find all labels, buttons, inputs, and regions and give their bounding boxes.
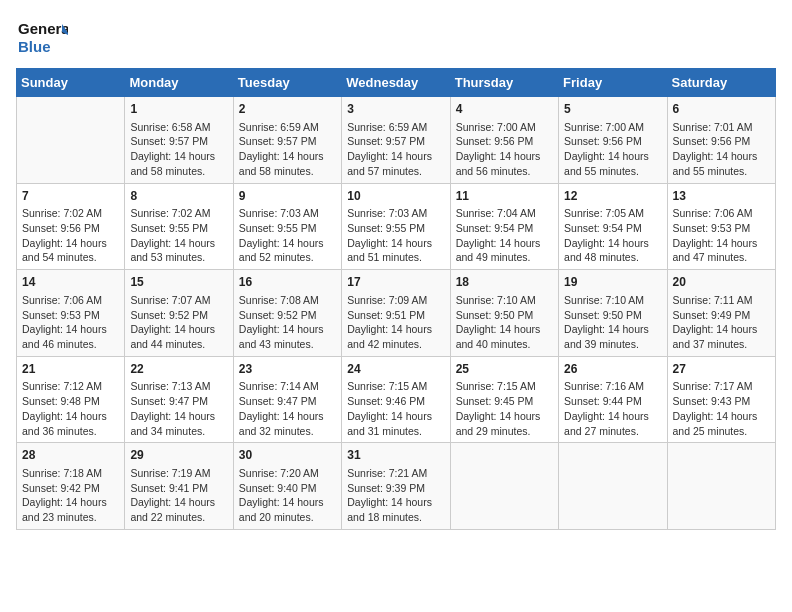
day-info: Sunrise: 7:03 AMSunset: 9:55 PMDaylight:… bbox=[347, 206, 444, 265]
day-info: Sunrise: 7:04 AMSunset: 9:54 PMDaylight:… bbox=[456, 206, 553, 265]
calendar-cell: 10Sunrise: 7:03 AMSunset: 9:55 PMDayligh… bbox=[342, 183, 450, 270]
day-info: Sunrise: 7:06 AMSunset: 9:53 PMDaylight:… bbox=[673, 206, 770, 265]
calendar-cell: 6Sunrise: 7:01 AMSunset: 9:56 PMDaylight… bbox=[667, 97, 775, 184]
day-info: Sunrise: 7:12 AMSunset: 9:48 PMDaylight:… bbox=[22, 379, 119, 438]
day-info: Sunrise: 7:10 AMSunset: 9:50 PMDaylight:… bbox=[564, 293, 661, 352]
day-info: Sunrise: 7:20 AMSunset: 9:40 PMDaylight:… bbox=[239, 466, 336, 525]
calendar-cell: 25Sunrise: 7:15 AMSunset: 9:45 PMDayligh… bbox=[450, 356, 558, 443]
calendar-cell: 29Sunrise: 7:19 AMSunset: 9:41 PMDayligh… bbox=[125, 443, 233, 530]
day-info: Sunrise: 7:02 AMSunset: 9:56 PMDaylight:… bbox=[22, 206, 119, 265]
day-number: 23 bbox=[239, 361, 336, 378]
calendar-cell: 11Sunrise: 7:04 AMSunset: 9:54 PMDayligh… bbox=[450, 183, 558, 270]
day-info: Sunrise: 7:19 AMSunset: 9:41 PMDaylight:… bbox=[130, 466, 227, 525]
calendar-cell: 22Sunrise: 7:13 AMSunset: 9:47 PMDayligh… bbox=[125, 356, 233, 443]
day-number: 8 bbox=[130, 188, 227, 205]
header: General Blue bbox=[16, 16, 776, 60]
day-info: Sunrise: 7:17 AMSunset: 9:43 PMDaylight:… bbox=[673, 379, 770, 438]
day-number: 6 bbox=[673, 101, 770, 118]
calendar-cell: 7Sunrise: 7:02 AMSunset: 9:56 PMDaylight… bbox=[17, 183, 125, 270]
calendar-cell: 21Sunrise: 7:12 AMSunset: 9:48 PMDayligh… bbox=[17, 356, 125, 443]
day-info: Sunrise: 7:00 AMSunset: 9:56 PMDaylight:… bbox=[456, 120, 553, 179]
day-info: Sunrise: 7:14 AMSunset: 9:47 PMDaylight:… bbox=[239, 379, 336, 438]
day-number: 18 bbox=[456, 274, 553, 291]
calendar-cell: 31Sunrise: 7:21 AMSunset: 9:39 PMDayligh… bbox=[342, 443, 450, 530]
calendar-cell: 19Sunrise: 7:10 AMSunset: 9:50 PMDayligh… bbox=[559, 270, 667, 357]
day-header-tuesday: Tuesday bbox=[233, 69, 341, 97]
day-info: Sunrise: 6:59 AMSunset: 9:57 PMDaylight:… bbox=[347, 120, 444, 179]
day-number: 28 bbox=[22, 447, 119, 464]
day-info: Sunrise: 7:09 AMSunset: 9:51 PMDaylight:… bbox=[347, 293, 444, 352]
calendar-cell: 18Sunrise: 7:10 AMSunset: 9:50 PMDayligh… bbox=[450, 270, 558, 357]
day-number: 24 bbox=[347, 361, 444, 378]
day-number: 26 bbox=[564, 361, 661, 378]
day-number: 30 bbox=[239, 447, 336, 464]
calendar-cell: 4Sunrise: 7:00 AMSunset: 9:56 PMDaylight… bbox=[450, 97, 558, 184]
day-info: Sunrise: 7:13 AMSunset: 9:47 PMDaylight:… bbox=[130, 379, 227, 438]
day-info: Sunrise: 7:18 AMSunset: 9:42 PMDaylight:… bbox=[22, 466, 119, 525]
calendar-cell: 14Sunrise: 7:06 AMSunset: 9:53 PMDayligh… bbox=[17, 270, 125, 357]
day-number: 22 bbox=[130, 361, 227, 378]
day-number: 31 bbox=[347, 447, 444, 464]
calendar-cell: 1Sunrise: 6:58 AMSunset: 9:57 PMDaylight… bbox=[125, 97, 233, 184]
calendar-cell: 27Sunrise: 7:17 AMSunset: 9:43 PMDayligh… bbox=[667, 356, 775, 443]
day-number: 27 bbox=[673, 361, 770, 378]
header-row: SundayMondayTuesdayWednesdayThursdayFrid… bbox=[17, 69, 776, 97]
day-number: 2 bbox=[239, 101, 336, 118]
day-number: 16 bbox=[239, 274, 336, 291]
calendar-week-4: 21Sunrise: 7:12 AMSunset: 9:48 PMDayligh… bbox=[17, 356, 776, 443]
day-number: 5 bbox=[564, 101, 661, 118]
day-number: 21 bbox=[22, 361, 119, 378]
calendar-week-1: 1Sunrise: 6:58 AMSunset: 9:57 PMDaylight… bbox=[17, 97, 776, 184]
day-info: Sunrise: 7:03 AMSunset: 9:55 PMDaylight:… bbox=[239, 206, 336, 265]
day-info: Sunrise: 6:59 AMSunset: 9:57 PMDaylight:… bbox=[239, 120, 336, 179]
day-info: Sunrise: 7:11 AMSunset: 9:49 PMDaylight:… bbox=[673, 293, 770, 352]
day-number: 7 bbox=[22, 188, 119, 205]
day-number: 17 bbox=[347, 274, 444, 291]
calendar-cell: 24Sunrise: 7:15 AMSunset: 9:46 PMDayligh… bbox=[342, 356, 450, 443]
calendar-cell: 30Sunrise: 7:20 AMSunset: 9:40 PMDayligh… bbox=[233, 443, 341, 530]
calendar-cell: 2Sunrise: 6:59 AMSunset: 9:57 PMDaylight… bbox=[233, 97, 341, 184]
day-number: 1 bbox=[130, 101, 227, 118]
calendar-cell: 16Sunrise: 7:08 AMSunset: 9:52 PMDayligh… bbox=[233, 270, 341, 357]
calendar-cell bbox=[667, 443, 775, 530]
day-number: 20 bbox=[673, 274, 770, 291]
day-info: Sunrise: 7:06 AMSunset: 9:53 PMDaylight:… bbox=[22, 293, 119, 352]
calendar-cell: 12Sunrise: 7:05 AMSunset: 9:54 PMDayligh… bbox=[559, 183, 667, 270]
day-info: Sunrise: 7:01 AMSunset: 9:56 PMDaylight:… bbox=[673, 120, 770, 179]
calendar-week-5: 28Sunrise: 7:18 AMSunset: 9:42 PMDayligh… bbox=[17, 443, 776, 530]
svg-text:General: General bbox=[18, 20, 68, 37]
svg-text:Blue: Blue bbox=[18, 38, 51, 55]
day-info: Sunrise: 7:00 AMSunset: 9:56 PMDaylight:… bbox=[564, 120, 661, 179]
day-number: 9 bbox=[239, 188, 336, 205]
day-header-sunday: Sunday bbox=[17, 69, 125, 97]
day-info: Sunrise: 7:07 AMSunset: 9:52 PMDaylight:… bbox=[130, 293, 227, 352]
calendar-cell: 20Sunrise: 7:11 AMSunset: 9:49 PMDayligh… bbox=[667, 270, 775, 357]
day-info: Sunrise: 7:08 AMSunset: 9:52 PMDaylight:… bbox=[239, 293, 336, 352]
day-info: Sunrise: 7:21 AMSunset: 9:39 PMDaylight:… bbox=[347, 466, 444, 525]
day-info: Sunrise: 7:15 AMSunset: 9:45 PMDaylight:… bbox=[456, 379, 553, 438]
day-info: Sunrise: 7:02 AMSunset: 9:55 PMDaylight:… bbox=[130, 206, 227, 265]
calendar-cell: 15Sunrise: 7:07 AMSunset: 9:52 PMDayligh… bbox=[125, 270, 233, 357]
day-number: 14 bbox=[22, 274, 119, 291]
day-number: 3 bbox=[347, 101, 444, 118]
day-number: 12 bbox=[564, 188, 661, 205]
day-header-monday: Monday bbox=[125, 69, 233, 97]
calendar-cell: 8Sunrise: 7:02 AMSunset: 9:55 PMDaylight… bbox=[125, 183, 233, 270]
calendar-cell: 5Sunrise: 7:00 AMSunset: 9:56 PMDaylight… bbox=[559, 97, 667, 184]
day-info: Sunrise: 7:05 AMSunset: 9:54 PMDaylight:… bbox=[564, 206, 661, 265]
calendar-cell: 13Sunrise: 7:06 AMSunset: 9:53 PMDayligh… bbox=[667, 183, 775, 270]
calendar-week-2: 7Sunrise: 7:02 AMSunset: 9:56 PMDaylight… bbox=[17, 183, 776, 270]
day-header-wednesday: Wednesday bbox=[342, 69, 450, 97]
calendar-week-3: 14Sunrise: 7:06 AMSunset: 9:53 PMDayligh… bbox=[17, 270, 776, 357]
day-header-friday: Friday bbox=[559, 69, 667, 97]
day-number: 25 bbox=[456, 361, 553, 378]
day-info: Sunrise: 7:16 AMSunset: 9:44 PMDaylight:… bbox=[564, 379, 661, 438]
calendar-cell bbox=[450, 443, 558, 530]
day-number: 11 bbox=[456, 188, 553, 205]
calendar-cell bbox=[17, 97, 125, 184]
day-number: 29 bbox=[130, 447, 227, 464]
day-number: 19 bbox=[564, 274, 661, 291]
day-header-thursday: Thursday bbox=[450, 69, 558, 97]
day-number: 13 bbox=[673, 188, 770, 205]
day-number: 10 bbox=[347, 188, 444, 205]
